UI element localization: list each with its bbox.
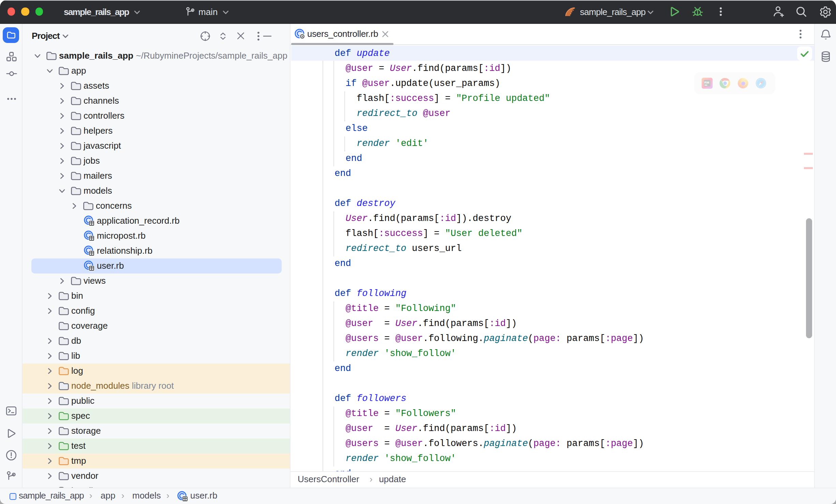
svg-text:RM: RM [704,81,709,84]
